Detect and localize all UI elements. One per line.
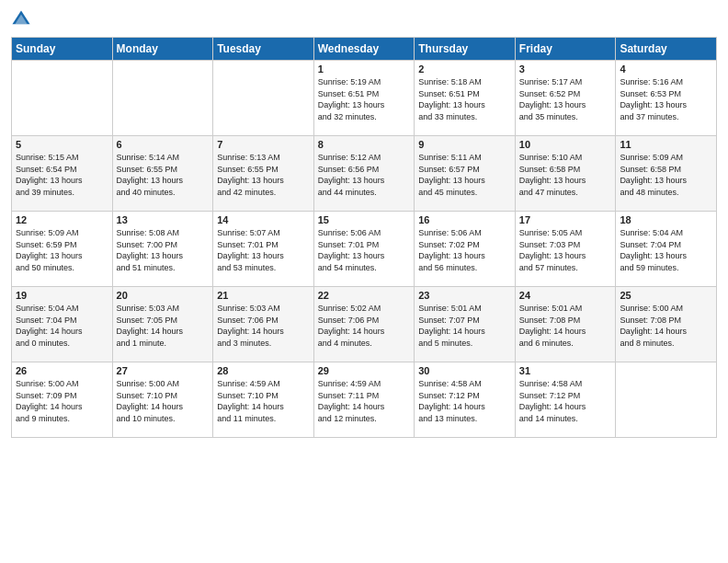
day-cell-4-2: 28Sunrise: 4:59 AM Sunset: 7:10 PM Dayli… <box>213 362 314 438</box>
week-row-2: 5Sunrise: 5:15 AM Sunset: 6:54 PM Daylig… <box>12 136 717 212</box>
day-info: Sunrise: 5:09 AM Sunset: 6:58 PM Dayligh… <box>620 152 712 198</box>
day-info: Sunrise: 5:02 AM Sunset: 7:06 PM Dayligh… <box>318 303 411 349</box>
day-cell-2-3: 15Sunrise: 5:06 AM Sunset: 7:01 PM Dayli… <box>313 212 415 287</box>
day-number: 24 <box>519 290 612 301</box>
day-number: 10 <box>519 139 612 150</box>
day-info: Sunrise: 4:59 AM Sunset: 7:10 PM Dayligh… <box>217 378 310 424</box>
day-number: 14 <box>217 214 310 225</box>
day-info: Sunrise: 5:06 AM Sunset: 7:01 PM Dayligh… <box>318 227 411 273</box>
logo-icon <box>11 9 31 29</box>
day-number: 22 <box>318 290 411 301</box>
header-tuesday: Tuesday <box>213 38 314 61</box>
day-info: Sunrise: 5:10 AM Sunset: 6:58 PM Dayligh… <box>519 152 612 198</box>
day-cell-3-2: 21Sunrise: 5:03 AM Sunset: 7:06 PM Dayli… <box>213 287 314 362</box>
week-row-4: 19Sunrise: 5:04 AM Sunset: 7:04 PM Dayli… <box>12 287 717 362</box>
day-number: 25 <box>620 290 712 301</box>
day-info: Sunrise: 5:11 AM Sunset: 6:57 PM Dayligh… <box>418 152 511 198</box>
day-cell-3-6: 25Sunrise: 5:00 AM Sunset: 7:08 PM Dayli… <box>616 287 717 362</box>
day-info: Sunrise: 5:08 AM Sunset: 7:00 PM Dayligh… <box>117 227 210 273</box>
day-cell-0-3: 1Sunrise: 5:19 AM Sunset: 6:51 PM Daylig… <box>313 61 415 136</box>
day-cell-0-1 <box>112 61 213 136</box>
calendar-container: SundayMondayTuesdayWednesdayThursdayFrid… <box>0 0 728 447</box>
day-number: 7 <box>217 139 310 150</box>
day-info: Sunrise: 5:05 AM Sunset: 7:03 PM Dayligh… <box>519 227 612 273</box>
day-info: Sunrise: 5:00 AM Sunset: 7:09 PM Dayligh… <box>16 378 108 424</box>
day-info: Sunrise: 5:03 AM Sunset: 7:06 PM Dayligh… <box>217 303 310 349</box>
day-info: Sunrise: 5:01 AM Sunset: 7:08 PM Dayligh… <box>519 303 612 349</box>
day-cell-1-0: 5Sunrise: 5:15 AM Sunset: 6:54 PM Daylig… <box>12 136 113 212</box>
day-cell-3-5: 24Sunrise: 5:01 AM Sunset: 7:08 PM Dayli… <box>515 287 616 362</box>
day-info: Sunrise: 5:07 AM Sunset: 7:01 PM Dayligh… <box>217 227 310 273</box>
day-number: 23 <box>418 290 511 301</box>
day-cell-0-4: 2Sunrise: 5:18 AM Sunset: 6:51 PM Daylig… <box>415 61 516 136</box>
day-cell-4-5: 31Sunrise: 4:58 AM Sunset: 7:12 PM Dayli… <box>515 362 616 438</box>
day-cell-2-0: 12Sunrise: 5:09 AM Sunset: 6:59 PM Dayli… <box>12 212 113 287</box>
day-info: Sunrise: 5:09 AM Sunset: 6:59 PM Dayligh… <box>16 227 108 273</box>
day-info: Sunrise: 4:58 AM Sunset: 7:12 PM Dayligh… <box>519 378 612 424</box>
day-cell-0-0 <box>12 61 113 136</box>
day-number: 27 <box>117 365 210 376</box>
day-number: 15 <box>318 214 411 225</box>
day-info: Sunrise: 5:00 AM Sunset: 7:08 PM Dayligh… <box>620 303 712 349</box>
day-cell-4-6 <box>616 362 717 438</box>
day-cell-1-3: 8Sunrise: 5:12 AM Sunset: 6:56 PM Daylig… <box>313 136 415 212</box>
header-monday: Monday <box>112 38 213 61</box>
day-info: Sunrise: 4:58 AM Sunset: 7:12 PM Dayligh… <box>418 378 511 424</box>
day-number: 2 <box>418 63 511 75</box>
header-friday: Friday <box>515 38 616 61</box>
header-sunday: Sunday <box>12 38 113 61</box>
day-number: 18 <box>620 214 712 225</box>
day-info: Sunrise: 5:13 AM Sunset: 6:55 PM Dayligh… <box>217 152 310 198</box>
header-thursday: Thursday <box>415 38 516 61</box>
calendar-table: SundayMondayTuesdayWednesdayThursdayFrid… <box>11 37 717 438</box>
day-number: 11 <box>620 139 712 150</box>
day-number: 13 <box>117 214 210 225</box>
day-number: 26 <box>16 365 108 376</box>
day-cell-4-1: 27Sunrise: 5:00 AM Sunset: 7:10 PM Dayli… <box>112 362 213 438</box>
day-cell-2-4: 16Sunrise: 5:06 AM Sunset: 7:02 PM Dayli… <box>415 212 516 287</box>
day-number: 21 <box>217 290 310 301</box>
day-info: Sunrise: 5:00 AM Sunset: 7:10 PM Dayligh… <box>117 378 210 424</box>
day-info: Sunrise: 5:04 AM Sunset: 7:04 PM Dayligh… <box>620 227 712 273</box>
day-cell-4-0: 26Sunrise: 5:00 AM Sunset: 7:09 PM Dayli… <box>12 362 113 438</box>
day-info: Sunrise: 5:12 AM Sunset: 6:56 PM Dayligh… <box>318 152 411 198</box>
logo <box>11 9 39 29</box>
day-cell-2-1: 13Sunrise: 5:08 AM Sunset: 7:00 PM Dayli… <box>112 212 213 287</box>
day-cell-1-2: 7Sunrise: 5:13 AM Sunset: 6:55 PM Daylig… <box>213 136 314 212</box>
day-number: 20 <box>117 290 210 301</box>
day-cell-4-4: 30Sunrise: 4:58 AM Sunset: 7:12 PM Dayli… <box>415 362 516 438</box>
day-number: 4 <box>620 63 712 75</box>
day-info: Sunrise: 5:04 AM Sunset: 7:04 PM Dayligh… <box>16 303 108 349</box>
day-number: 19 <box>16 290 108 301</box>
day-info: Sunrise: 5:06 AM Sunset: 7:02 PM Dayligh… <box>418 227 511 273</box>
day-cell-4-3: 29Sunrise: 4:59 AM Sunset: 7:11 PM Dayli… <box>313 362 415 438</box>
day-cell-1-6: 11Sunrise: 5:09 AM Sunset: 6:58 PM Dayli… <box>616 136 717 212</box>
day-number: 31 <box>519 365 612 376</box>
day-number: 30 <box>418 365 511 376</box>
day-number: 5 <box>16 139 108 150</box>
day-info: Sunrise: 5:14 AM Sunset: 6:55 PM Dayligh… <box>117 152 210 198</box>
day-cell-1-1: 6Sunrise: 5:14 AM Sunset: 6:55 PM Daylig… <box>112 136 213 212</box>
day-info: Sunrise: 4:59 AM Sunset: 7:11 PM Dayligh… <box>318 378 411 424</box>
day-info: Sunrise: 5:03 AM Sunset: 7:05 PM Dayligh… <box>117 303 210 349</box>
day-info: Sunrise: 5:15 AM Sunset: 6:54 PM Dayligh… <box>16 152 108 198</box>
day-info: Sunrise: 5:01 AM Sunset: 7:07 PM Dayligh… <box>418 303 511 349</box>
day-cell-2-2: 14Sunrise: 5:07 AM Sunset: 7:01 PM Dayli… <box>213 212 314 287</box>
day-number: 3 <box>519 63 612 75</box>
day-cell-2-6: 18Sunrise: 5:04 AM Sunset: 7:04 PM Dayli… <box>616 212 717 287</box>
day-cell-3-3: 22Sunrise: 5:02 AM Sunset: 7:06 PM Dayli… <box>313 287 415 362</box>
day-info: Sunrise: 5:16 AM Sunset: 6:53 PM Dayligh… <box>620 76 712 122</box>
day-info: Sunrise: 5:19 AM Sunset: 6:51 PM Dayligh… <box>318 76 411 122</box>
week-row-5: 26Sunrise: 5:00 AM Sunset: 7:09 PM Dayli… <box>12 362 717 438</box>
day-info: Sunrise: 5:17 AM Sunset: 6:52 PM Dayligh… <box>519 76 612 122</box>
header-wednesday: Wednesday <box>313 38 415 61</box>
day-cell-2-5: 17Sunrise: 5:05 AM Sunset: 7:03 PM Dayli… <box>515 212 616 287</box>
week-row-1: 1Sunrise: 5:19 AM Sunset: 6:51 PM Daylig… <box>12 61 717 136</box>
day-cell-0-5: 3Sunrise: 5:17 AM Sunset: 6:52 PM Daylig… <box>515 61 616 136</box>
day-cell-1-5: 10Sunrise: 5:10 AM Sunset: 6:58 PM Dayli… <box>515 136 616 212</box>
day-number: 17 <box>519 214 612 225</box>
day-number: 1 <box>318 63 411 75</box>
week-row-3: 12Sunrise: 5:09 AM Sunset: 6:59 PM Dayli… <box>12 212 717 287</box>
day-number: 28 <box>217 365 310 376</box>
day-info: Sunrise: 5:18 AM Sunset: 6:51 PM Dayligh… <box>418 76 511 122</box>
